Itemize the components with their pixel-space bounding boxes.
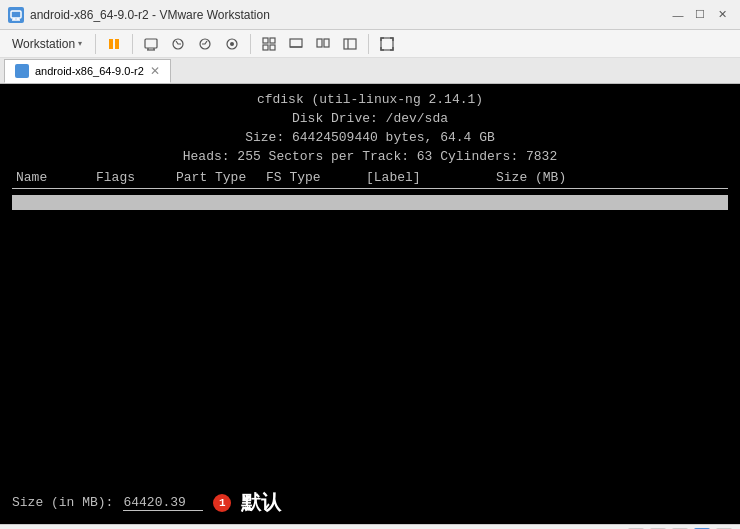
- svg-point-13: [230, 42, 234, 46]
- window-controls: — ☐ ✕: [668, 6, 732, 24]
- snapshot-button[interactable]: [165, 32, 191, 56]
- svg-rect-20: [317, 39, 322, 47]
- free-parttype: Pri/Log: [172, 195, 262, 210]
- col-label: [Label]: [362, 170, 492, 185]
- title-bar-left: android-x86_64-9.0-r2 - VMware Workstati…: [8, 7, 270, 23]
- col-size: Size (MB): [492, 170, 728, 185]
- terminal-header-4: Heads: 255 Sectors per Track: 63 Cylinde…: [12, 149, 728, 164]
- vm-tab[interactable]: android-x86_64-9.0-r2 ✕: [4, 59, 171, 83]
- terminal-header-2: Disk Drive: /dev/sda: [12, 111, 728, 126]
- workstation-label: Workstation: [12, 37, 75, 51]
- toolbar-separator-2: [132, 34, 133, 54]
- default-badge: 1: [213, 494, 231, 512]
- pause-button[interactable]: [101, 32, 127, 56]
- vm-button-1[interactable]: [138, 32, 164, 56]
- free-space-row: Pri/Log Free Space 64420.40: [12, 195, 728, 210]
- svg-rect-17: [270, 45, 275, 50]
- svg-rect-16: [263, 45, 268, 50]
- workstation-dropdown-arrow: ▾: [78, 39, 82, 48]
- svg-rect-21: [324, 39, 329, 47]
- terminal-header-3: Size: 64424509440 bytes, 64.4 GB: [12, 130, 728, 145]
- table-separator: [12, 188, 728, 189]
- free-label: [362, 195, 492, 210]
- svg-rect-4: [109, 39, 113, 49]
- tab-bar: android-x86_64-9.0-r2 ✕: [0, 58, 740, 84]
- view-button-4[interactable]: [337, 32, 363, 56]
- status-bar: 要将输入定向到该虚拟机，请在虚拟机内部单击或按 Ctrl+G。: [0, 524, 740, 529]
- input-area[interactable]: Size (in MB): 64420.39 1 默认: [0, 481, 740, 524]
- toolbar-group-1: [101, 32, 127, 56]
- svg-rect-22: [344, 39, 356, 49]
- svg-rect-5: [115, 39, 119, 49]
- workstation-menu[interactable]: Workstation ▾: [4, 33, 90, 55]
- svg-rect-15: [270, 38, 275, 43]
- free-name: [12, 195, 92, 210]
- size-label: Size (in MB):: [12, 495, 113, 510]
- free-size: 64420.40: [492, 195, 728, 210]
- size-row: Size (in MB): 64420.39 1 默认: [12, 489, 728, 516]
- toolbar-separator-1: [95, 34, 96, 54]
- col-name: Name: [12, 170, 92, 185]
- tab-label: android-x86_64-9.0-r2: [35, 65, 144, 77]
- toolbar-separator-3: [250, 34, 251, 54]
- terminal-empty-space: [12, 210, 728, 390]
- tab-vm-icon: [15, 64, 29, 78]
- svg-rect-18: [290, 39, 302, 47]
- free-fstype: Free Space: [262, 195, 362, 210]
- terminal-header-1: cfdisk (util-linux-ng 2.14.1): [12, 92, 728, 107]
- view-button-2[interactable]: [283, 32, 309, 56]
- app-icon: [8, 7, 24, 23]
- view-button-1[interactable]: [256, 32, 282, 56]
- vm-content[interactable]: cfdisk (util-linux-ng 2.14.1) Disk Drive…: [0, 84, 740, 524]
- fullscreen-toolbar-button[interactable]: [374, 32, 400, 56]
- close-button[interactable]: ✕: [712, 6, 732, 24]
- view-button-3[interactable]: [310, 32, 336, 56]
- window-title: android-x86_64-9.0-r2 - VMware Workstati…: [30, 8, 270, 22]
- svg-rect-24: [381, 38, 393, 50]
- svg-rect-6: [145, 39, 157, 48]
- default-text: 默认: [241, 489, 281, 516]
- title-bar: android-x86_64-9.0-r2 - VMware Workstati…: [0, 0, 740, 30]
- col-parttype: Part Type: [172, 170, 262, 185]
- tab-close-button[interactable]: ✕: [150, 64, 160, 78]
- snapshot-manager-button[interactable]: [219, 32, 245, 56]
- col-fstype: FS Type: [262, 170, 362, 185]
- terminal-area[interactable]: cfdisk (util-linux-ng 2.14.1) Disk Drive…: [0, 84, 740, 481]
- disk-table: Name Flags Part Type FS Type [Label] Siz…: [12, 170, 728, 185]
- svg-rect-14: [263, 38, 268, 43]
- toolbar-group-3: [256, 32, 363, 56]
- restore-button[interactable]: [192, 32, 218, 56]
- toolbar-group-2: [138, 32, 245, 56]
- col-flags: Flags: [92, 170, 172, 185]
- menu-bar: Workstation ▾: [0, 30, 740, 58]
- svg-rect-0: [11, 11, 21, 18]
- minimize-button[interactable]: —: [668, 6, 688, 24]
- free-flags: [92, 195, 172, 210]
- size-value: 64420.39: [123, 495, 203, 511]
- toolbar-separator-4: [368, 34, 369, 54]
- maximize-button[interactable]: ☐: [690, 6, 710, 24]
